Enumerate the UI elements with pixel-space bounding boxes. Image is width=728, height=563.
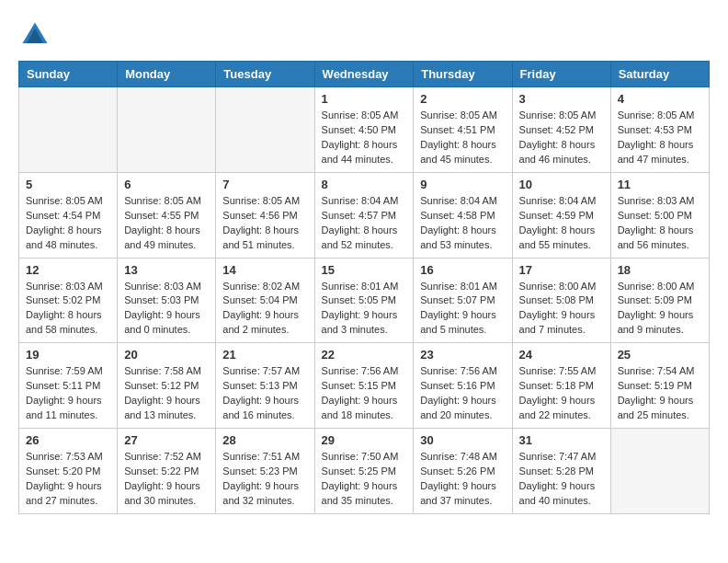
day-cell: 6Sunrise: 8:05 AM Sunset: 4:55 PM Daylig… [118,172,216,258]
day-number: 16 [420,263,505,277]
day-info: Sunrise: 7:51 AM Sunset: 5:23 PM Dayligh… [222,450,307,509]
day-cell: 28Sunrise: 7:51 AM Sunset: 5:23 PM Dayli… [216,429,314,514]
logo-icon [18,18,51,52]
day-number: 15 [322,263,407,277]
week-row-1: 1Sunrise: 8:05 AM Sunset: 4:50 PM Daylig… [19,87,710,173]
day-info: Sunrise: 8:01 AM Sunset: 5:05 PM Dayligh… [322,280,407,339]
day-number: 27 [124,433,209,447]
day-cell [19,87,118,173]
day-number: 12 [26,263,110,277]
day-number: 11 [618,178,702,191]
day-number: 22 [322,348,407,362]
day-number: 19 [26,348,110,362]
day-cell [610,429,709,514]
day-cell: 7Sunrise: 8:05 AM Sunset: 4:56 PM Daylig… [216,172,314,258]
header-monday: Monday [118,62,216,87]
day-info: Sunrise: 7:50 AM Sunset: 5:25 PM Dayligh… [322,450,407,509]
day-info: Sunrise: 7:55 AM Sunset: 5:18 PM Dayligh… [519,364,604,423]
day-number: 29 [322,433,407,447]
day-cell: 14Sunrise: 8:02 AM Sunset: 5:04 PM Dayli… [216,258,314,343]
calendar-table: SundayMondayTuesdayWednesdayThursdayFrid… [18,61,710,514]
day-number: 25 [618,348,702,362]
day-cell: 23Sunrise: 7:56 AM Sunset: 5:16 PM Dayli… [414,343,512,429]
day-number: 8 [322,178,407,191]
day-info: Sunrise: 8:05 AM Sunset: 4:53 PM Dayligh… [618,109,702,167]
day-info: Sunrise: 7:57 AM Sunset: 5:13 PM Dayligh… [222,364,307,423]
day-number: 20 [124,348,209,362]
day-cell: 16Sunrise: 8:01 AM Sunset: 5:07 PM Dayli… [414,258,512,343]
header-sunday: Sunday [19,62,118,87]
week-row-4: 19Sunrise: 7:59 AM Sunset: 5:11 PM Dayli… [19,343,710,429]
day-cell: 22Sunrise: 7:56 AM Sunset: 5:15 PM Dayli… [314,343,414,429]
day-cell: 12Sunrise: 8:03 AM Sunset: 5:02 PM Dayli… [19,258,118,343]
day-info: Sunrise: 8:00 AM Sunset: 5:08 PM Dayligh… [519,280,604,339]
day-cell: 9Sunrise: 8:04 AM Sunset: 4:58 PM Daylig… [414,172,512,258]
day-info: Sunrise: 7:52 AM Sunset: 5:22 PM Dayligh… [124,450,209,509]
header-wednesday: Wednesday [314,62,414,87]
header-thursday: Thursday [414,62,512,87]
logo [18,18,57,52]
header-row: SundayMondayTuesdayWednesdayThursdayFrid… [19,62,710,87]
day-info: Sunrise: 8:05 AM Sunset: 4:51 PM Dayligh… [420,109,505,167]
header-friday: Friday [512,62,610,87]
day-info: Sunrise: 7:59 AM Sunset: 5:11 PM Dayligh… [26,364,110,423]
day-number: 10 [519,178,604,191]
day-cell: 18Sunrise: 8:00 AM Sunset: 5:09 PM Dayli… [610,258,709,343]
day-cell: 17Sunrise: 8:00 AM Sunset: 5:08 PM Dayli… [512,258,610,343]
day-number: 26 [26,433,110,447]
day-cell: 26Sunrise: 7:53 AM Sunset: 5:20 PM Dayli… [19,429,118,514]
day-cell: 5Sunrise: 8:05 AM Sunset: 4:54 PM Daylig… [19,172,118,258]
day-cell: 19Sunrise: 7:59 AM Sunset: 5:11 PM Dayli… [19,343,118,429]
day-info: Sunrise: 8:05 AM Sunset: 4:50 PM Dayligh… [322,109,407,167]
day-info: Sunrise: 8:04 AM Sunset: 4:59 PM Dayligh… [519,194,604,253]
day-info: Sunrise: 8:04 AM Sunset: 4:57 PM Dayligh… [322,194,407,253]
day-info: Sunrise: 8:04 AM Sunset: 4:58 PM Dayligh… [420,194,505,253]
day-number: 21 [222,348,307,362]
day-cell: 29Sunrise: 7:50 AM Sunset: 5:25 PM Dayli… [314,429,414,514]
day-number: 3 [519,92,604,106]
day-info: Sunrise: 8:05 AM Sunset: 4:55 PM Dayligh… [124,194,209,253]
day-cell: 21Sunrise: 7:57 AM Sunset: 5:13 PM Dayli… [216,343,314,429]
header-saturday: Saturday [610,62,709,87]
day-cell: 30Sunrise: 7:48 AM Sunset: 5:26 PM Dayli… [414,429,512,514]
day-info: Sunrise: 8:03 AM Sunset: 5:02 PM Dayligh… [26,280,110,339]
day-info: Sunrise: 8:02 AM Sunset: 5:04 PM Dayligh… [222,280,307,339]
day-cell [118,87,216,173]
day-cell: 24Sunrise: 7:55 AM Sunset: 5:18 PM Dayli… [512,343,610,429]
day-cell: 15Sunrise: 8:01 AM Sunset: 5:05 PM Dayli… [314,258,414,343]
day-cell: 20Sunrise: 7:58 AM Sunset: 5:12 PM Dayli… [118,343,216,429]
day-info: Sunrise: 8:03 AM Sunset: 5:00 PM Dayligh… [618,194,702,253]
day-number: 31 [519,433,604,447]
day-cell: 4Sunrise: 8:05 AM Sunset: 4:53 PM Daylig… [610,87,709,173]
day-number: 24 [519,348,604,362]
day-info: Sunrise: 8:05 AM Sunset: 4:52 PM Dayligh… [519,109,604,167]
day-cell: 25Sunrise: 7:54 AM Sunset: 5:19 PM Dayli… [610,343,709,429]
week-row-5: 26Sunrise: 7:53 AM Sunset: 5:20 PM Dayli… [19,429,710,514]
header-tuesday: Tuesday [216,62,314,87]
day-cell: 3Sunrise: 8:05 AM Sunset: 4:52 PM Daylig… [512,87,610,173]
day-number: 30 [420,433,505,447]
day-number: 14 [222,263,307,277]
day-cell: 27Sunrise: 7:52 AM Sunset: 5:22 PM Dayli… [118,429,216,514]
day-info: Sunrise: 8:01 AM Sunset: 5:07 PM Dayligh… [420,280,505,339]
day-cell: 2Sunrise: 8:05 AM Sunset: 4:51 PM Daylig… [414,87,512,173]
day-info: Sunrise: 8:05 AM Sunset: 4:56 PM Dayligh… [222,194,307,253]
day-number: 7 [222,178,307,191]
day-number: 6 [124,178,209,191]
page-header [18,18,710,52]
day-number: 1 [322,92,407,106]
day-info: Sunrise: 8:00 AM Sunset: 5:09 PM Dayligh… [618,280,702,339]
week-row-3: 12Sunrise: 8:03 AM Sunset: 5:02 PM Dayli… [19,258,710,343]
day-info: Sunrise: 7:56 AM Sunset: 5:16 PM Dayligh… [420,364,505,423]
day-number: 5 [26,178,110,191]
day-number: 2 [420,92,505,106]
day-info: Sunrise: 7:56 AM Sunset: 5:15 PM Dayligh… [322,364,407,423]
day-cell: 31Sunrise: 7:47 AM Sunset: 5:28 PM Dayli… [512,429,610,514]
day-number: 18 [618,263,702,277]
day-info: Sunrise: 7:48 AM Sunset: 5:26 PM Dayligh… [420,450,505,509]
day-number: 9 [420,178,505,191]
day-info: Sunrise: 8:05 AM Sunset: 4:54 PM Dayligh… [26,194,110,253]
day-cell: 8Sunrise: 8:04 AM Sunset: 4:57 PM Daylig… [314,172,414,258]
day-info: Sunrise: 7:58 AM Sunset: 5:12 PM Dayligh… [124,364,209,423]
day-cell: 10Sunrise: 8:04 AM Sunset: 4:59 PM Dayli… [512,172,610,258]
